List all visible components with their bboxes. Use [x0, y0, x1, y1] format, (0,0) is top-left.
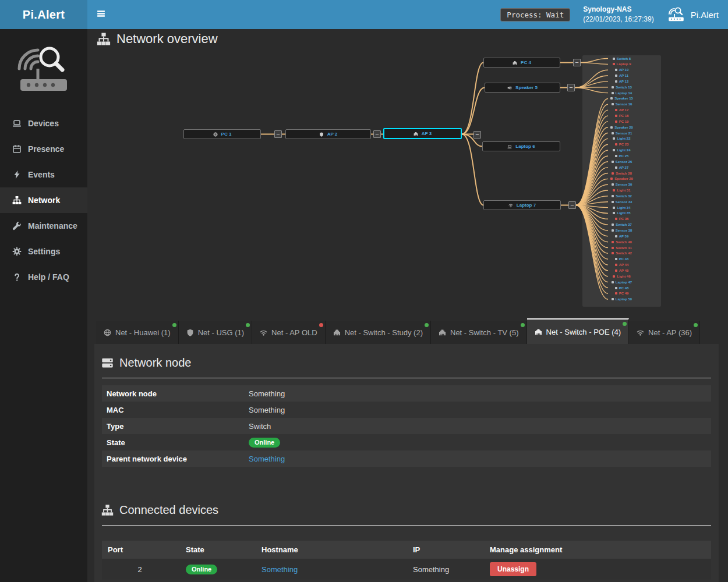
- leaf-device-light-34[interactable]: Light 34: [582, 205, 661, 211]
- leaf-label: Light 22: [617, 137, 630, 140]
- device-icon: [610, 97, 613, 100]
- collapse-button-ap3[interactable]: −: [473, 131, 481, 139]
- leaf-label: PC 43: [619, 257, 629, 261]
- node-label: PC 4: [521, 60, 531, 65]
- detail-row-state: StateOnline: [102, 434, 711, 450]
- leaf-device-pc-43[interactable]: PC 43: [582, 256, 661, 262]
- tab-net-huawei-1[interactable]: Net - Huawei (1): [96, 321, 179, 344]
- tab-net-switch-study-2[interactable]: Net - Switch - Study (2): [326, 321, 431, 344]
- leaf-device-laptop-14[interactable]: Laptop 14: [582, 90, 661, 96]
- leaf-device-ap-11[interactable]: AP 11: [582, 73, 661, 79]
- leaf-device-speaker-15[interactable]: Speaker 15: [582, 96, 661, 102]
- leaf-label: AP 11: [619, 74, 628, 77]
- sidebar-item-settings[interactable]: Settings: [0, 239, 87, 264]
- leaf-device-ap-45[interactable]: AP 45: [582, 268, 661, 274]
- state-badge: Online: [249, 438, 280, 448]
- diagram-node-laptop-7[interactable]: Laptop 7: [483, 200, 561, 210]
- leaf-device-sensor-33[interactable]: Sensor 33: [582, 199, 661, 205]
- sidebar-item-presence[interactable]: Presence: [0, 136, 87, 162]
- sidebar-item-network[interactable]: Network: [0, 187, 87, 213]
- leaf-device-light-22[interactable]: Light 22: [582, 136, 661, 141]
- diagram-node-pc-4[interactable]: PC 4: [483, 58, 560, 68]
- leaf-device-sensor-26[interactable]: Sensor 26: [582, 159, 661, 165]
- leaf-device-switch-42[interactable]: Switch 42: [582, 250, 661, 256]
- tab-net-ap-36[interactable]: Net - AP (36): [629, 321, 700, 344]
- unassign-button[interactable]: Unassign: [490, 562, 536, 576]
- parent-device-link[interactable]: Something: [249, 455, 285, 463]
- leaf-device-ap-10[interactable]: AP 10: [582, 67, 661, 73]
- leaf-device-speaker-29[interactable]: Speaker 29: [582, 176, 661, 182]
- leaf-device-ap-39[interactable]: AP 39: [582, 233, 661, 239]
- diagram-node-laptop-6[interactable]: Laptop 6: [482, 141, 560, 151]
- field-label: Type: [102, 422, 249, 431]
- device-icon: [615, 115, 617, 117]
- leaf-device-light-35[interactable]: Light 35: [582, 211, 661, 217]
- tab-net-switch-poe-4[interactable]: Net - Switch - POE (4): [527, 318, 630, 344]
- tab-net-switch-tv-5[interactable]: Net - Switch - TV (5): [431, 321, 527, 344]
- leaf-device-sensor-38[interactable]: Sensor 38: [582, 228, 661, 233]
- leaf-device-switch-37[interactable]: Switch 37: [582, 222, 661, 228]
- diagram-node-ap-3[interactable]: AP 3: [383, 128, 462, 139]
- collapse-button-ap2[interactable]: −: [373, 130, 381, 138]
- leaf-device-sensor-21[interactable]: Sensor 21: [582, 130, 661, 136]
- collapse-button-pc1[interactable]: −: [274, 130, 282, 138]
- leaf-device-ap-44[interactable]: AP 44: [582, 262, 661, 268]
- network-diagram: PC 1AP 2AP 3PC 4Speaker 5Laptop 6Laptop …: [87, 29, 728, 320]
- leaf-device-laptop-50[interactable]: Laptop 50: [582, 296, 661, 302]
- leaf-device-pc-49[interactable]: PC 49: [582, 290, 661, 296]
- leaf-device-switch-32[interactable]: Switch 32: [582, 193, 661, 199]
- leaf-device-laptop-47[interactable]: Laptop 47: [582, 279, 661, 285]
- leaf-device-pc-25[interactable]: PC 25: [582, 153, 661, 159]
- shield-icon: [319, 132, 324, 137]
- hostname-link[interactable]: Something: [261, 565, 298, 574]
- diagram-node-pc-1[interactable]: PC 1: [183, 129, 261, 139]
- leaf-device-laptop-9[interactable]: Laptop 9: [582, 61, 661, 67]
- leaf-device-pc-23[interactable]: PC 23: [582, 141, 661, 147]
- leaf-device-pc-18[interactable]: PC 18: [582, 113, 661, 119]
- collapse-button-laptop7[interactable]: −: [568, 201, 576, 209]
- sidebar-item-maintenance[interactable]: Maintenance: [0, 213, 87, 239]
- leaf-device-sensor-30[interactable]: Sensor 30: [582, 182, 661, 187]
- node-label: AP 3: [422, 131, 432, 136]
- leaf-device-switch-13[interactable]: Switch 13: [582, 84, 661, 90]
- leaf-label: Sensor 38: [616, 229, 632, 232]
- collapse-button-pc4[interactable]: −: [573, 59, 581, 66]
- leaf-device-pc-48[interactable]: PC 48: [582, 285, 661, 291]
- diagram-leaf-list: Switch 8Laptop 9AP 10AP 11AP 12Switch 13…: [582, 55, 661, 307]
- leaf-device-pc-36[interactable]: PC 36: [582, 216, 661, 222]
- tab-net-ap-old[interactable]: Net - AP OLD: [252, 321, 326, 344]
- node-label: Laptop 6: [515, 144, 535, 149]
- sidebar-item-devices[interactable]: Devices: [0, 111, 87, 136]
- device-icon: [615, 109, 617, 111]
- page-title-text: Network overview: [116, 31, 218, 47]
- sidebar-item-events[interactable]: Events: [0, 162, 87, 187]
- diagram-node-speaker-5[interactable]: Speaker 5: [485, 83, 560, 93]
- field-label: Parent network device: [102, 455, 249, 463]
- collapse-button-speaker5[interactable]: −: [567, 84, 575, 91]
- device-icon: [615, 287, 617, 289]
- tab-label: Net - Switch - Study (2): [345, 328, 423, 337]
- hamburger-button[interactable]: [87, 0, 114, 29]
- leaf-device-light-46[interactable]: Light 46: [582, 274, 661, 279]
- wifi-icon: [508, 203, 513, 208]
- leaf-device-light-31[interactable]: Light 31: [582, 187, 661, 193]
- leaf-device-pc-19[interactable]: PC 19: [582, 119, 661, 125]
- leaf-device-switch-28[interactable]: Switch 28: [582, 171, 661, 176]
- leaf-device-ap-12[interactable]: AP 12: [582, 79, 661, 84]
- leaf-device-switch-8[interactable]: Switch 8: [582, 56, 661, 62]
- leaf-device-speaker-20[interactable]: Speaker 20: [582, 125, 661, 130]
- app-chip: Pi.Alert: [667, 6, 719, 24]
- brand-prefix: Pi: [23, 8, 34, 22]
- diagram-node-ap-2[interactable]: AP 2: [285, 129, 371, 139]
- leaf-device-ap-27[interactable]: AP 27: [582, 165, 661, 171]
- brand-logo[interactable]: Pi.Alert: [0, 0, 87, 29]
- leaf-device-sensor-16[interactable]: Sensor 16: [582, 101, 661, 107]
- leaf-device-switch-40[interactable]: Switch 40: [582, 239, 661, 245]
- tab-net-usg-1[interactable]: Net - USG (1): [179, 321, 252, 344]
- shield-icon: [186, 329, 194, 336]
- leaf-device-switch-41[interactable]: Switch 41: [582, 245, 661, 251]
- sidebar-item-help-faq[interactable]: Help / FAQ: [0, 264, 87, 290]
- leaf-device-light-24[interactable]: Light 24: [582, 147, 661, 153]
- leaf-device-ap-17[interactable]: AP 17: [582, 107, 661, 113]
- column-header-port: Port: [102, 545, 178, 554]
